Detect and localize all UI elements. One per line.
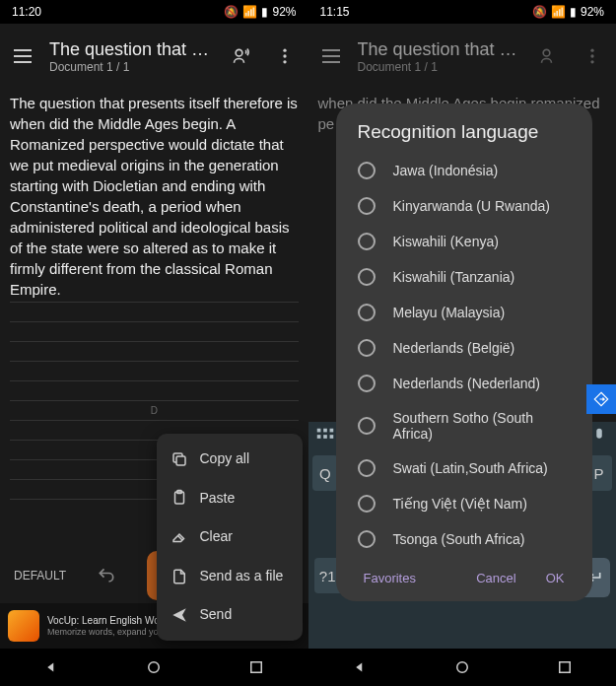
file-icon	[171, 568, 188, 585]
app-bar: The question that presen... Document 1 /…	[308, 24, 617, 89]
undo-icon[interactable]	[97, 566, 116, 585]
svg-point-10	[543, 49, 550, 56]
menu-label: Paste	[200, 489, 236, 509]
nav-bar	[0, 649, 308, 686]
language-option[interactable]: Southern Sotho (South Africa)	[344, 401, 584, 450]
svg-point-23	[456, 662, 467, 673]
svg-point-12	[590, 54, 593, 57]
option-label: Swati (Latin,South Africa)	[393, 460, 548, 476]
language-option[interactable]: Melayu (Malaysia)	[344, 295, 584, 330]
clear-icon	[171, 528, 188, 546]
recognition-language-dialog: Recognition language Jawa (Indonésia)Kin…	[336, 103, 592, 601]
menu-send[interactable]: Send	[157, 595, 303, 635]
menu-label: Send as a file	[200, 567, 284, 586]
status-icons: 🔕 📶 ▮ 92%	[224, 5, 296, 19]
menu-copy-all[interactable]: Copy all	[157, 440, 303, 479]
status-bar: 11:20 🔕 📶 ▮ 92%	[0, 0, 308, 24]
radio-icon	[358, 375, 376, 392]
option-label: Melayu (Malaysia)	[393, 305, 506, 320]
grid-icon[interactable]	[314, 426, 336, 447]
svg-point-3	[283, 60, 286, 63]
radio-icon	[358, 197, 376, 215]
status-icons: 🔕 📶 ▮ 92%	[532, 5, 604, 19]
key-q[interactable]: Q	[312, 455, 338, 491]
nav-bar	[308, 649, 617, 686]
voice-icon[interactable]	[533, 46, 565, 66]
svg-rect-22	[596, 429, 602, 439]
menu-icon[interactable]	[322, 49, 346, 63]
menu-label: Clear	[200, 527, 233, 547]
language-option[interactable]: Nederlands (België)	[344, 330, 584, 366]
battery-pct: 92%	[272, 5, 296, 19]
app-bar: The question that presen... Document 1 /…	[0, 24, 308, 89]
language-option[interactable]: Nederlands (Nederland)	[344, 366, 584, 401]
svg-point-11	[590, 49, 593, 52]
svg-point-13	[590, 60, 593, 63]
svg-rect-17	[316, 435, 320, 439]
page-subtitle: Document 1 / 1	[358, 60, 522, 74]
svg-point-0	[236, 49, 242, 56]
screen-left: 11:20 🔕 📶 ▮ 92% The question that presen…	[0, 0, 308, 686]
home-icon[interactable]	[145, 658, 163, 676]
recent-icon[interactable]	[247, 658, 265, 676]
send-icon	[171, 606, 188, 624]
dim-indicator: D	[0, 404, 308, 418]
menu-icon[interactable]	[14, 49, 37, 63]
dialog-title: Recognition language	[344, 121, 584, 153]
document-content[interactable]: The question that presents itself theref…	[0, 89, 308, 548]
voice-icon[interactable]	[226, 46, 257, 66]
menu-send-file[interactable]: Send as a file	[157, 557, 303, 596]
page-subtitle: Document 1 / 1	[49, 60, 214, 74]
language-option[interactable]: Tsonga (South Africa)	[344, 521, 584, 557]
back-icon[interactable]	[351, 658, 369, 676]
menu-paste[interactable]: Paste	[157, 479, 303, 518]
radio-icon	[358, 459, 376, 477]
svg-rect-14	[316, 429, 320, 433]
overflow-icon[interactable]	[269, 46, 301, 66]
menu-clear[interactable]: Clear	[157, 517, 303, 557]
language-option[interactable]: Jawa (Indonésia)	[344, 153, 584, 188]
language-option[interactable]: Kiswahili (Kenya)	[344, 224, 584, 259]
language-option[interactable]: Kiswahili (Tanzania)	[344, 259, 584, 295]
radio-icon	[358, 495, 376, 513]
language-option[interactable]: Swati (Latin,South Africa)	[344, 450, 584, 486]
option-label: Jawa (Indonésia)	[393, 163, 499, 178]
language-option[interactable]: Kinyarwanda (U Rwanda)	[344, 188, 584, 224]
page-title: The question that presen...	[49, 39, 214, 60]
option-label: Tiếng Việt (Việt Nam)	[393, 496, 527, 512]
context-menu: Copy all Paste Clear Send as a file Send	[157, 434, 303, 641]
title-box: The question that presen... Document 1 /…	[358, 39, 522, 74]
language-option[interactable]: Tiếng Việt (Việt Nam)	[344, 486, 584, 521]
menu-label: Send	[200, 605, 233, 625]
svg-rect-18	[323, 435, 327, 439]
option-label: Southern Sotho (South Africa)	[393, 410, 571, 442]
svg-rect-4	[176, 456, 185, 465]
recent-icon[interactable]	[556, 658, 574, 676]
directions-icon[interactable]	[586, 384, 616, 414]
ok-button[interactable]: OK	[546, 571, 565, 585]
svg-rect-19	[329, 435, 333, 439]
radio-icon	[358, 530, 376, 548]
signal-icon: 📶	[551, 5, 566, 19]
overflow-icon[interactable]	[577, 46, 608, 66]
dnd-icon: 🔕	[224, 5, 239, 19]
radio-icon	[358, 162, 376, 179]
status-time: 11:20	[12, 5, 41, 19]
dnd-icon: 🔕	[532, 5, 547, 19]
cancel-button[interactable]: Cancel	[476, 571, 515, 585]
back-icon[interactable]	[42, 658, 60, 676]
screen-right: 11:15 🔕 📶 ▮ 92% The question that presen…	[308, 0, 617, 686]
favorites-button[interactable]: Favorites	[364, 571, 416, 585]
battery-icon: ▮	[261, 5, 268, 19]
battery-icon: ▮	[570, 5, 577, 19]
menu-label: Copy all	[200, 449, 250, 469]
option-label: Kiswahili (Tanzania)	[393, 269, 515, 285]
radio-icon	[358, 304, 376, 321]
svg-rect-16	[329, 429, 333, 433]
home-icon[interactable]	[453, 658, 471, 676]
page-title: The question that presen...	[358, 39, 522, 60]
svg-point-1	[283, 49, 286, 52]
default-label[interactable]: DEFAULT	[14, 569, 66, 583]
radio-icon	[358, 417, 376, 435]
radio-icon	[358, 233, 376, 250]
